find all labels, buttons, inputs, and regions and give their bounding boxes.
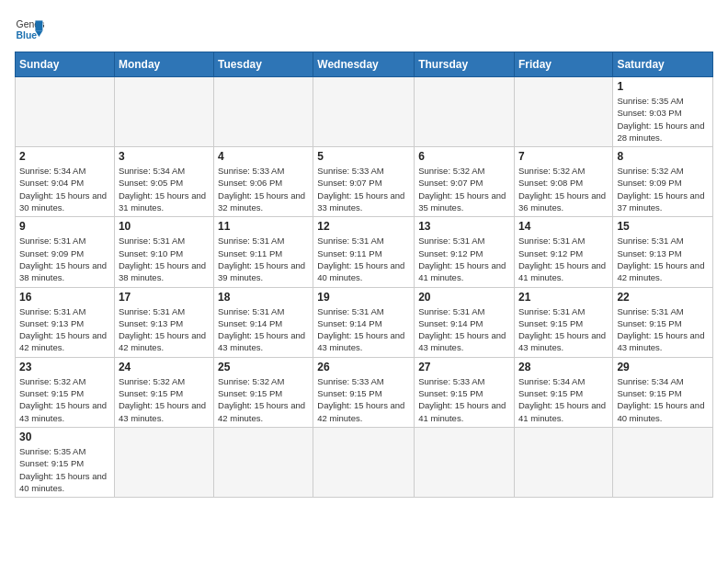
- day-number: 4: [218, 150, 309, 163]
- calendar-day: 4Sunrise: 5:33 AMSunset: 9:06 PMDaylight…: [214, 147, 313, 217]
- day-number: 8: [617, 150, 709, 163]
- day-number: 18: [218, 291, 309, 304]
- day-number: 6: [418, 150, 510, 163]
- day-number: 19: [317, 291, 410, 304]
- day-info: Sunrise: 5:32 AMSunset: 9:08 PMDaylight:…: [518, 165, 609, 213]
- day-info: Sunrise: 5:31 AMSunset: 9:15 PMDaylight:…: [518, 305, 609, 354]
- weekday-header-sunday: Sunday: [16, 52, 115, 77]
- page: General Blue SundayMondayTuesdayWednesda…: [0, 0, 728, 512]
- day-info: Sunrise: 5:33 AMSunset: 9:07 PMDaylight:…: [317, 165, 410, 213]
- calendar-day: [313, 77, 415, 147]
- day-info: Sunrise: 5:31 AMSunset: 9:14 PMDaylight:…: [218, 305, 309, 354]
- calendar-day: 2Sunrise: 5:34 AMSunset: 9:04 PMDaylight…: [16, 147, 115, 217]
- calendar-week-3: 9Sunrise: 5:31 AMSunset: 9:09 PMDaylight…: [16, 217, 713, 287]
- day-number: 25: [218, 361, 309, 373]
- calendar-day: 15Sunrise: 5:31 AMSunset: 9:13 PMDayligh…: [613, 217, 713, 287]
- day-info: Sunrise: 5:35 AMSunset: 9:15 PMDaylight:…: [19, 445, 110, 494]
- calendar-day: [214, 427, 313, 497]
- day-info: Sunrise: 5:32 AMSunset: 9:15 PMDaylight:…: [218, 375, 309, 424]
- calendar-day: [214, 77, 313, 147]
- calendar-day: 25Sunrise: 5:32 AMSunset: 9:15 PMDayligh…: [214, 357, 313, 427]
- day-info: Sunrise: 5:31 AMSunset: 9:12 PMDaylight:…: [418, 235, 510, 283]
- day-number: 10: [119, 220, 210, 233]
- day-info: Sunrise: 5:34 AMSunset: 9:15 PMDaylight:…: [617, 375, 709, 424]
- svg-text:Blue: Blue: [17, 30, 38, 40]
- day-number: 21: [518, 291, 609, 304]
- header: General Blue: [15, 15, 713, 44]
- day-number: 14: [518, 220, 609, 233]
- day-info: Sunrise: 5:31 AMSunset: 9:13 PMDaylight:…: [617, 235, 709, 283]
- day-info: Sunrise: 5:32 AMSunset: 9:07 PMDaylight:…: [418, 165, 510, 213]
- weekday-header-friday: Friday: [514, 52, 612, 77]
- calendar-day: [613, 427, 713, 497]
- day-info: Sunrise: 5:31 AMSunset: 9:10 PMDaylight:…: [119, 235, 210, 283]
- calendar-day: 10Sunrise: 5:31 AMSunset: 9:10 PMDayligh…: [114, 217, 213, 287]
- calendar-day: 7Sunrise: 5:32 AMSunset: 9:08 PMDaylight…: [514, 147, 612, 217]
- calendar-day: 11Sunrise: 5:31 AMSunset: 9:11 PMDayligh…: [214, 217, 313, 287]
- calendar-day: 22Sunrise: 5:31 AMSunset: 9:15 PMDayligh…: [613, 287, 713, 357]
- calendar-week-4: 16Sunrise: 5:31 AMSunset: 9:13 PMDayligh…: [16, 287, 713, 357]
- day-info: Sunrise: 5:32 AMSunset: 9:09 PMDaylight:…: [617, 165, 709, 213]
- calendar-day: [514, 77, 612, 147]
- calendar-day: 18Sunrise: 5:31 AMSunset: 9:14 PMDayligh…: [214, 287, 313, 357]
- calendar-day: [313, 427, 415, 497]
- day-number: 7: [518, 150, 609, 163]
- day-number: 30: [19, 431, 110, 443]
- weekday-header-tuesday: Tuesday: [214, 52, 313, 77]
- day-number: 17: [119, 291, 210, 304]
- day-info: Sunrise: 5:33 AMSunset: 9:06 PMDaylight:…: [218, 165, 309, 213]
- calendar-day: 27Sunrise: 5:33 AMSunset: 9:15 PMDayligh…: [415, 357, 515, 427]
- calendar-table: SundayMondayTuesdayWednesdayThursdayFrid…: [15, 52, 713, 498]
- calendar-day: [415, 77, 515, 147]
- calendar-day: 23Sunrise: 5:32 AMSunset: 9:15 PMDayligh…: [16, 357, 115, 427]
- weekday-header-saturday: Saturday: [613, 52, 713, 77]
- calendar-week-2: 2Sunrise: 5:34 AMSunset: 9:04 PMDaylight…: [16, 147, 713, 217]
- calendar-day: 1Sunrise: 5:35 AMSunset: 9:03 PMDaylight…: [613, 77, 713, 147]
- day-info: Sunrise: 5:31 AMSunset: 9:11 PMDaylight:…: [218, 235, 309, 283]
- day-info: Sunrise: 5:31 AMSunset: 9:14 PMDaylight:…: [317, 305, 410, 354]
- calendar-week-1: 1Sunrise: 5:35 AMSunset: 9:03 PMDaylight…: [16, 77, 713, 147]
- calendar-day: 26Sunrise: 5:33 AMSunset: 9:15 PMDayligh…: [313, 357, 415, 427]
- calendar-day: 24Sunrise: 5:32 AMSunset: 9:15 PMDayligh…: [114, 357, 213, 427]
- calendar-day: 8Sunrise: 5:32 AMSunset: 9:09 PMDaylight…: [613, 147, 713, 217]
- day-number: 20: [418, 291, 510, 304]
- calendar-day: [415, 427, 515, 497]
- calendar-day: [114, 77, 213, 147]
- calendar-day: 20Sunrise: 5:31 AMSunset: 9:14 PMDayligh…: [415, 287, 515, 357]
- calendar-day: 16Sunrise: 5:31 AMSunset: 9:13 PMDayligh…: [16, 287, 115, 357]
- svg-marker-2: [35, 20, 42, 30]
- day-number: 9: [19, 220, 110, 233]
- weekday-header-monday: Monday: [114, 52, 213, 77]
- day-info: Sunrise: 5:31 AMSunset: 9:13 PMDaylight:…: [19, 305, 110, 354]
- day-number: 12: [317, 220, 410, 233]
- calendar-day: [514, 427, 612, 497]
- logo-icon: General Blue: [15, 15, 44, 44]
- day-number: 11: [218, 220, 309, 233]
- calendar-day: 17Sunrise: 5:31 AMSunset: 9:13 PMDayligh…: [114, 287, 213, 357]
- day-number: 5: [317, 150, 410, 163]
- day-info: Sunrise: 5:34 AMSunset: 9:15 PMDaylight:…: [518, 375, 609, 424]
- calendar-day: 13Sunrise: 5:31 AMSunset: 9:12 PMDayligh…: [415, 217, 515, 287]
- calendar-day: 9Sunrise: 5:31 AMSunset: 9:09 PMDaylight…: [16, 217, 115, 287]
- calendar-day: 28Sunrise: 5:34 AMSunset: 9:15 PMDayligh…: [514, 357, 612, 427]
- calendar-day: 21Sunrise: 5:31 AMSunset: 9:15 PMDayligh…: [514, 287, 612, 357]
- day-info: Sunrise: 5:31 AMSunset: 9:12 PMDaylight:…: [518, 235, 609, 283]
- logo: General Blue: [15, 15, 44, 44]
- day-info: Sunrise: 5:31 AMSunset: 9:09 PMDaylight:…: [19, 235, 110, 283]
- calendar-week-5: 23Sunrise: 5:32 AMSunset: 9:15 PMDayligh…: [16, 357, 713, 427]
- day-number: 13: [418, 220, 510, 233]
- calendar-day: [16, 77, 115, 147]
- day-number: 24: [119, 361, 210, 373]
- calendar-day: 29Sunrise: 5:34 AMSunset: 9:15 PMDayligh…: [613, 357, 713, 427]
- day-number: 15: [617, 220, 709, 233]
- day-info: Sunrise: 5:32 AMSunset: 9:15 PMDaylight:…: [119, 375, 210, 424]
- calendar-day: 6Sunrise: 5:32 AMSunset: 9:07 PMDaylight…: [415, 147, 515, 217]
- day-info: Sunrise: 5:31 AMSunset: 9:13 PMDaylight:…: [119, 305, 210, 354]
- weekday-header-thursday: Thursday: [415, 52, 515, 77]
- day-info: Sunrise: 5:34 AMSunset: 9:04 PMDaylight:…: [19, 165, 110, 213]
- day-number: 29: [617, 361, 709, 373]
- day-info: Sunrise: 5:33 AMSunset: 9:15 PMDaylight:…: [418, 375, 510, 424]
- day-info: Sunrise: 5:31 AMSunset: 9:11 PMDaylight:…: [317, 235, 410, 283]
- calendar-day: 30Sunrise: 5:35 AMSunset: 9:15 PMDayligh…: [16, 427, 115, 497]
- day-number: 27: [418, 361, 510, 373]
